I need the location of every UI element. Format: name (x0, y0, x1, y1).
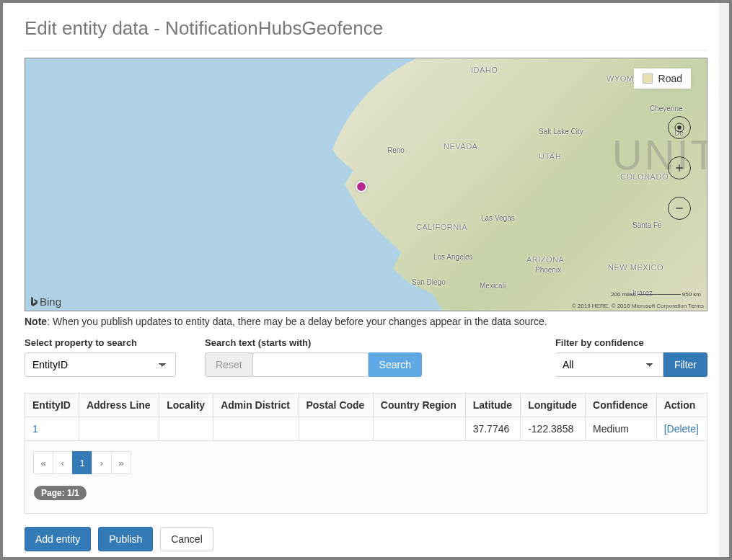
entity-table: EntityID Address Line Locality Admin Dis… (25, 393, 707, 441)
col-address-line: Address Line (79, 394, 159, 417)
divider (25, 50, 707, 50)
bing-logo: Bing (30, 295, 61, 308)
map-state-label: UTAH (539, 152, 561, 161)
page-badge: Page: 1/1 (34, 486, 87, 500)
filter-button[interactable]: Filter (663, 352, 707, 377)
filter-dropdown[interactable]: All (555, 352, 663, 377)
map-city-label: Phoenix (535, 266, 561, 274)
table-row: 1 37.7746 -122.3858 Medium [Delete] (25, 417, 707, 441)
cell-postal-code (299, 417, 373, 441)
map-city-label: Salt Lake City (539, 128, 583, 135)
cell-confidence: Medium (586, 417, 657, 441)
zoom-out-button[interactable] (668, 197, 691, 220)
cell-longitude: -122.3858 (521, 417, 586, 441)
map-city-label: Cheyenne (650, 105, 683, 112)
map-city-label: Mexicali (480, 282, 506, 290)
scrollbar[interactable] (719, 3, 729, 557)
col-country-region: Country Region (373, 394, 465, 417)
map-region-overlay: UNIT (612, 130, 707, 179)
search-button[interactable]: Search (369, 352, 422, 377)
page-last[interactable]: » (111, 451, 131, 474)
reset-button[interactable]: Reset (205, 352, 253, 377)
search-input[interactable] (253, 352, 369, 377)
col-action: Action (656, 394, 707, 417)
zoom-in-button[interactable] (668, 156, 691, 179)
page-next[interactable]: › (92, 451, 112, 474)
add-entity-button[interactable]: Add entity (25, 527, 91, 551)
select-property-dropdown[interactable]: EntityID (25, 352, 176, 377)
map-state-label: ARIZONA (526, 255, 564, 264)
cell-country-region (373, 417, 465, 441)
cell-latitude: 37.7746 (465, 417, 521, 441)
filter-label: Filter by confidence (555, 337, 707, 348)
delete-link[interactable]: [Delete] (664, 423, 699, 435)
map-scale: 200 miles 950 km (611, 291, 701, 298)
map-state-label: CALIFORNIA (416, 223, 467, 231)
cell-admin-district (213, 417, 299, 441)
search-text-label: Search text (starts with) (205, 337, 422, 348)
page-title: Edit entity data - NotificationHubsGeofe… (25, 17, 707, 40)
svg-point-1 (677, 125, 681, 129)
cell-address-line (79, 417, 159, 441)
cancel-button[interactable]: Cancel (160, 527, 213, 551)
col-longitude: Longitude (521, 394, 586, 417)
map-state-label: IDAHO (471, 66, 498, 74)
publish-button[interactable]: Publish (98, 527, 153, 551)
map-city-label: San Diego (412, 278, 446, 286)
map-city-label: Santa Fe (632, 221, 662, 229)
map-state-label: NEVADA (444, 142, 477, 151)
bing-icon (30, 296, 38, 308)
table-footer: « ‹ 1 › » Page: 1/1 (25, 441, 707, 514)
map-state-label: NEW MEXICO (608, 263, 663, 272)
locate-button[interactable] (668, 116, 691, 139)
col-admin-district: Admin District (213, 394, 299, 417)
map-city-label: Los Angeles (433, 253, 473, 261)
page-first[interactable]: « (33, 451, 53, 474)
entity-link[interactable]: 1 (32, 423, 38, 435)
map-city-label: Las Vegas (481, 214, 515, 222)
cell-locality (159, 417, 213, 441)
col-entityid: EntityID (25, 394, 79, 417)
minus-icon (674, 203, 685, 214)
col-confidence: Confidence (586, 394, 657, 417)
pagination: « ‹ 1 › » (34, 451, 131, 474)
map-city-label: Reno (387, 146, 405, 154)
plus-icon (674, 162, 685, 174)
map-pin[interactable] (356, 181, 367, 192)
map-attribution: © 2018 HERE, © 2018 Microsoft Corporatio… (572, 303, 704, 309)
col-postal-code: Postal Code (299, 394, 373, 417)
map-type-selector[interactable]: Road (634, 68, 691, 89)
map-type-icon (643, 74, 653, 84)
locate-icon (674, 122, 685, 133)
select-property-label: Select property to search (25, 337, 176, 348)
page-prev[interactable]: ‹ (53, 451, 73, 474)
map[interactable]: IDAHO WYOMING NEVADA UTAH COLORADO CALIF… (25, 58, 707, 311)
page-current[interactable]: 1 (72, 451, 92, 474)
note-text: Note: When you publish updates to entity… (25, 316, 707, 327)
map-land (321, 58, 707, 311)
col-latitude: Latitude (465, 394, 521, 417)
col-locality: Locality (159, 394, 213, 417)
map-type-label: Road (658, 73, 682, 84)
